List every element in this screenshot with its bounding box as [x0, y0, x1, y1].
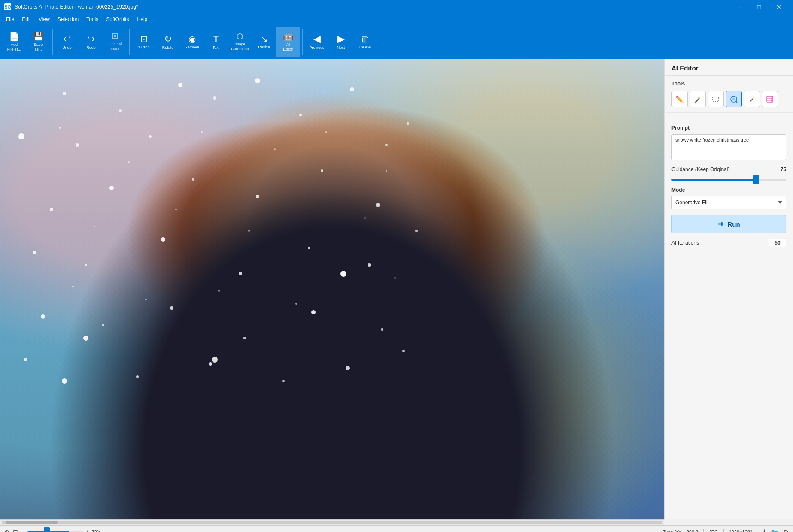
zoom-fit-icon[interactable]: ⊕ [4, 529, 9, 532]
mode-select[interactable]: Generative Fill Inpainting Outpainting S… [671, 196, 786, 209]
menu-softorbits[interactable]: SoftOrbits [103, 15, 132, 23]
toolbar-save-as[interactable]: 💾 Saveas... [27, 27, 50, 57]
toolbar-next[interactable]: ▶ Next [329, 27, 352, 57]
next-label: Next [337, 45, 345, 50]
maximize-button[interactable]: □ [749, 0, 769, 14]
rotate-label: Rotate [162, 45, 174, 50]
separator-1 [52, 29, 53, 55]
time-label: Time (s): [663, 529, 681, 532]
delete-label: Delete [359, 45, 371, 49]
redo-label: Redo [86, 45, 96, 50]
add-files-label: AddFile(s)... [7, 42, 21, 52]
tools-section: Tools ✏️ [665, 76, 793, 113]
iterations-row: AI Iterations 50 [671, 239, 786, 247]
app-logo: SO [4, 3, 11, 10]
share-icon[interactable]: 🐦 [771, 529, 778, 532]
toolbar-text[interactable]: T Text [204, 27, 228, 57]
svg-line-59 [736, 101, 737, 103]
zoom-actual-icon[interactable]: ⊡ [13, 529, 18, 532]
delete-icon: 🗑 [361, 35, 369, 43]
iterations-label: AI Iterations [671, 240, 699, 246]
tool-palette[interactable] [762, 91, 778, 107]
undo-icon: ↩ [63, 34, 71, 44]
time-value: 280.8 [687, 529, 699, 532]
toolbar-previous[interactable]: ◀ Previous [305, 27, 328, 57]
toolbar-add-files[interactable]: 📄 AddFile(s)... [3, 27, 26, 57]
rect-icon [711, 95, 720, 103]
toolbar-rotate[interactable]: ↻ Rotate [156, 27, 179, 57]
original-label: OriginalImage [108, 42, 122, 51]
horizontal-scrollbar[interactable] [0, 519, 664, 525]
tool-rect[interactable] [708, 91, 724, 107]
tool-lasso[interactable] [726, 91, 742, 107]
text-label: Text [213, 45, 220, 50]
settings-icon[interactable]: ⚙ [783, 529, 789, 532]
mode-label: Mode [671, 187, 786, 193]
run-section: ➜ Run [665, 215, 793, 239]
menu-tools[interactable]: Tools [83, 15, 102, 23]
toolbar-delete[interactable]: 🗑 Delete [353, 27, 377, 57]
menu-edit[interactable]: Edit [18, 15, 34, 23]
previous-label: Previous [309, 45, 324, 50]
menu-help[interactable]: Help [134, 15, 151, 23]
ai-editor-icon: 🤖 [283, 32, 294, 41]
toolbar-redo[interactable]: ↪ Redo [79, 27, 103, 57]
canvas-area[interactable] [0, 59, 664, 519]
menu-view[interactable]: View [35, 15, 53, 23]
right-panel: AI Editor Tools ✏️ [664, 59, 793, 519]
spacer-1 [665, 113, 793, 120]
zoom-control: − + 73% [21, 529, 101, 532]
status-sep-2 [723, 529, 724, 532]
toolbar-ai-editor[interactable]: 🤖 AIEditor [276, 27, 300, 57]
scroll-thumb-h[interactable] [6, 521, 58, 524]
rotate-icon: ↻ [164, 34, 172, 44]
tools-label: Tools [671, 81, 786, 87]
photo-simulation [0, 59, 664, 519]
title-bar-controls: ─ □ ✕ [729, 0, 789, 14]
ai-editor-label: AIEditor [283, 42, 293, 52]
lasso-icon [729, 95, 738, 103]
tool-magic[interactable] [690, 91, 706, 107]
toolbar: 📄 AddFile(s)... 💾 Saveas... ↩ Undo ↪ Red… [0, 25, 793, 59]
palette-icon [766, 95, 774, 103]
menu-file[interactable]: File [3, 15, 18, 23]
svg-rect-61 [767, 96, 773, 102]
remove-label: Remove [185, 45, 199, 49]
image-correction-label: ImageCorrection [231, 42, 249, 51]
tool-wand[interactable] [744, 91, 760, 107]
toolbar-original[interactable]: 🖼 OriginalImage [103, 27, 127, 57]
guidance-value: 75 [781, 166, 786, 172]
info-icon[interactable]: ℹ [763, 529, 766, 532]
iterations-section: AI Iterations 50 [665, 239, 793, 252]
minimize-button[interactable]: ─ [729, 0, 749, 14]
toolbar-resize[interactable]: ⤡ Resize [252, 27, 276, 57]
window-title: SoftOrbits AI Photo Editor - woman-60022… [15, 4, 138, 10]
zoom-in-button[interactable]: + [85, 529, 89, 532]
toolbar-image-correction[interactable]: ⬡ ImageCorrection [228, 27, 252, 57]
wand-icon [747, 95, 756, 103]
menu-selection[interactable]: Selection [54, 15, 82, 23]
main-content: AI Editor Tools ✏️ [0, 59, 793, 519]
prompt-section: Prompt snowy white frozen christmass tre… [665, 120, 793, 166]
prompt-input[interactable]: snowy white frozen christmass tree [671, 134, 786, 160]
toolbar-crop[interactable]: ⊡ 1 Crop [132, 27, 155, 57]
toolbar-remove[interactable]: ◉ Remove [180, 27, 204, 57]
toolbar-undo[interactable]: ↩ Undo [55, 27, 79, 57]
image-correction-icon: ⬡ [237, 33, 243, 40]
close-button[interactable]: ✕ [769, 0, 789, 14]
status-sep-3 [758, 529, 758, 532]
add-files-icon: 📄 [9, 32, 20, 41]
prompt-label: Prompt [671, 125, 786, 131]
title-bar: SO SoftOrbits AI Photo Editor - woman-60… [0, 0, 793, 14]
tool-brush[interactable]: ✏️ [671, 91, 688, 107]
menu-bar: File Edit View Selection Tools SoftOrbit… [0, 14, 793, 25]
guidance-slider[interactable] [671, 179, 786, 181]
panel-title: AI Editor [665, 59, 793, 76]
run-button[interactable]: ➜ Run [671, 215, 786, 233]
guidance-section: Guidance (Keep Original) 75 [665, 166, 793, 187]
iterations-value: 50 [769, 239, 786, 247]
remove-icon: ◉ [188, 35, 196, 43]
scroll-track-h [2, 521, 662, 524]
crop-icon: ⊡ [140, 35, 148, 43]
zoom-out-button[interactable]: − [21, 529, 25, 532]
